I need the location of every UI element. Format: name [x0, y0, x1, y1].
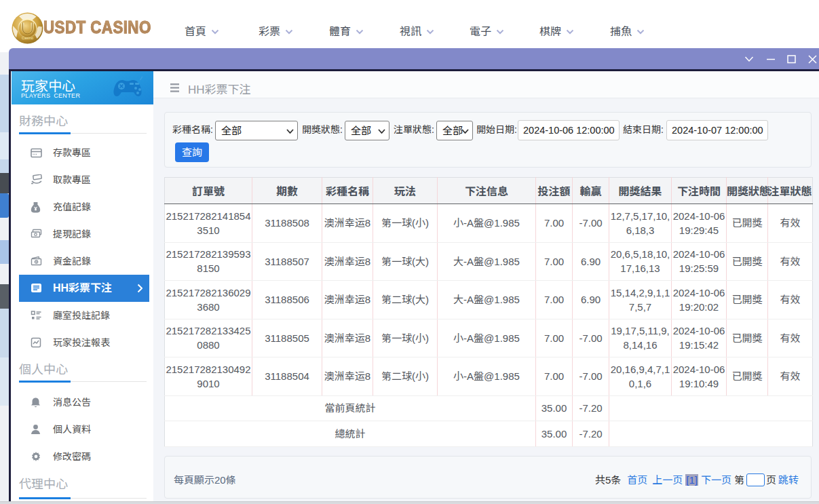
svg-text:Casino: Casino: [22, 36, 33, 40]
